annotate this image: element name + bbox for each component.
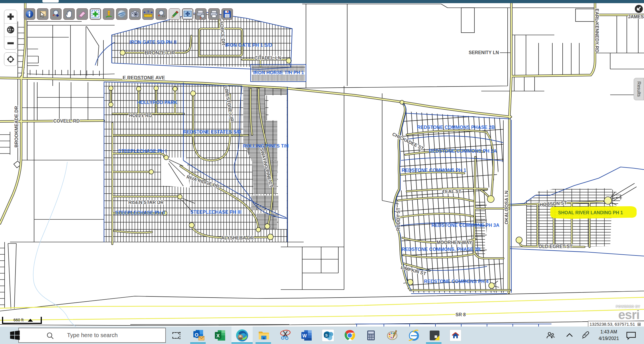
svg-text:REDSTONE COMMONS PH 1: REDSTONE COMMONS PH 1 (402, 168, 466, 173)
svg-text:SR 8: SR 8 (455, 312, 466, 317)
svg-text:OLD EGRET ST: OLD EGRET ST (539, 244, 572, 249)
svg-text:MOORHEN WAY: MOORHEN WAY (437, 240, 472, 245)
svg-text:SHOAL RIVER LANDING PH 1: SHOAL RIVER LANDING PH 1 (558, 210, 623, 215)
svg-text:SERENITY LN: SERENITY LN (469, 50, 499, 55)
svg-text:REDSTONE COMMONS PH 4: REDSTONE COMMONS PH 4 (424, 279, 489, 284)
svg-text:RISEN STAR DR: RISEN STAR DR (128, 200, 164, 205)
svg-text:IRON HORSE T/H PH 1: IRON HORSE T/H PH 1 (253, 70, 304, 75)
svg-text:STEEPLECHASE PH III: STEEPLECHASE PH III (190, 209, 242, 215)
svg-text:O: O (195, 332, 198, 338)
svg-text:BRONZE CIR: BRONZE CIR (145, 50, 175, 56)
svg-text:IRON GATE S/D PH II: IRON GATE S/D PH II (129, 40, 176, 45)
svg-text:XY: XY (162, 15, 165, 18)
svg-text:IRON GATE PH 1 S/D: IRON GATE PH 1 S/D (225, 42, 272, 48)
svg-text:ALYSHEBA DR: ALYSHEBA DR (221, 235, 254, 240)
svg-text:HOLLYROD PARK: HOLLYROD PARK (137, 100, 177, 105)
svg-text:X: X (216, 333, 220, 339)
svg-text:REDSTONE COMMONS, PHASE 3B: REDSTONE COMMONS, PHASE 3B (402, 247, 481, 252)
svg-text:E REDSTONE AVE: E REDSTONE AVE (123, 75, 165, 80)
svg-text:REDSTONE COMMONS PH 3A: REDSTONE COMMONS PH 3A (431, 223, 499, 228)
svg-text:?: ? (147, 10, 149, 14)
svg-text:BROOKMEADE DR: BROOKMEADE DR (14, 106, 19, 148)
svg-text:REDSTONE ESTATES S/D: REDSTONE ESTATES S/D (183, 129, 241, 134)
svg-text:HOLLY RD: HOLLY RD (129, 113, 152, 118)
svg-text:REDSTONE COMMONS PHASE 2B: REDSTONE COMMONS PHASE 2B (417, 125, 495, 130)
svg-text:STEEPLECHASE PH I: STEEPLECHASE PH I (118, 148, 167, 154)
svg-text:JAMES: JAMES (628, 14, 644, 19)
svg-text:TEAL ST: TEAL ST (442, 189, 462, 194)
svg-text:CITADEL LN: CITADEL LN (254, 56, 281, 60)
svg-text:W: W (302, 333, 307, 338)
svg-text:REDSTONE COMMONS PH 2A: REDSTONE COMMONS PH 2A (429, 148, 497, 154)
svg-text:COVELL RD: COVELL RD (53, 119, 80, 123)
svg-text:OKALOOSA LN: OKALOOSA LN (504, 190, 509, 224)
svg-text:ROLLING PINES T/H: ROLLING PINES T/H (243, 143, 289, 148)
svg-text:STEEPLECHASE PH II: STEEPLECHASE PH II (115, 210, 165, 215)
svg-text:S: S (325, 333, 328, 337)
svg-text:EARL KENNEDY RD: EARL KENNEDY RD (594, 9, 599, 52)
svg-text:RUDDY ST: RUDDY ST (396, 207, 401, 231)
